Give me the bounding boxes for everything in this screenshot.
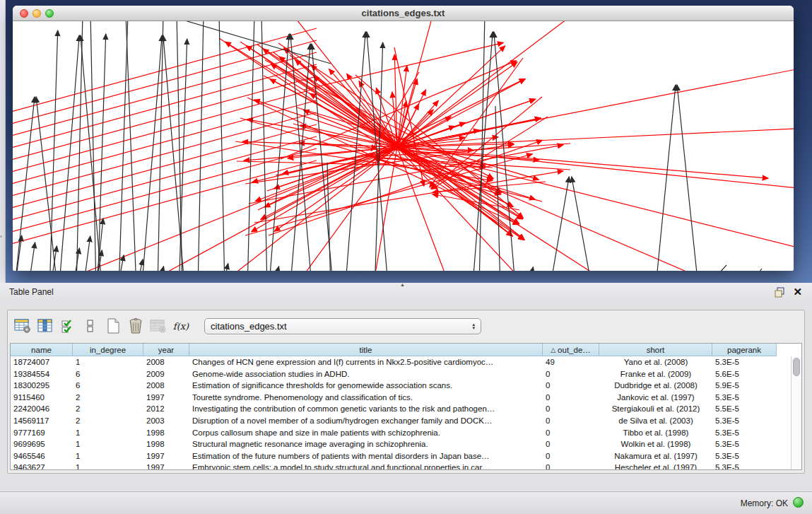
table-cell: Dudbridge et al. (2008) bbox=[599, 380, 712, 392]
table-cell: 2 bbox=[73, 403, 143, 415]
table-cell: 5.3E-5 bbox=[712, 427, 777, 439]
table-cell: 1997 bbox=[143, 462, 189, 470]
show-hide-column-button[interactable] bbox=[35, 315, 56, 337]
table-cell: Embryonic stem cells: a model to study s… bbox=[189, 462, 543, 470]
float-window-icon[interactable] bbox=[775, 287, 785, 298]
table-panel-body: f(x) citations_edges.txt ▴▾ namein_degre… bbox=[7, 310, 805, 474]
scrollbar-thumb[interactable] bbox=[793, 358, 800, 376]
table-cell: 1997 bbox=[143, 450, 189, 462]
table-vertical-scrollbar[interactable] bbox=[791, 356, 801, 469]
network-graph[interactable] bbox=[13, 21, 794, 271]
table-cell: 5.3E-5 bbox=[712, 356, 777, 368]
table-cell: 0 bbox=[543, 392, 599, 404]
table-cell: 2012 bbox=[143, 403, 189, 415]
table-cell: Hescheler et al. (1997) bbox=[599, 462, 712, 470]
table-cell: 2 bbox=[73, 392, 143, 404]
table-row[interactable]: 946362711997Embryonic stem cells: a mode… bbox=[11, 462, 801, 470]
new-table-button[interactable] bbox=[102, 315, 124, 337]
table-cell: Structural magnetic resonance image aver… bbox=[189, 438, 543, 450]
table-panel-header: ▲ Table Panel ✕ bbox=[0, 283, 812, 303]
column-header-label: name bbox=[31, 346, 52, 354]
table-row[interactable]: 969969511998Structural magnetic resonanc… bbox=[11, 438, 801, 450]
close-panel-icon[interactable]: ✕ bbox=[793, 286, 802, 298]
minimize-traffic-light-icon[interactable] bbox=[33, 9, 41, 18]
delete-table-button bbox=[148, 315, 169, 337]
table-cell: 0 bbox=[543, 450, 599, 462]
table-cell: 9463627 bbox=[11, 462, 73, 470]
table-cell: 6 bbox=[73, 368, 143, 380]
function-builder-button[interactable]: f(x) bbox=[170, 315, 192, 337]
status-bar: Memory: OK bbox=[0, 491, 812, 514]
table-cell: 0 bbox=[543, 462, 599, 470]
table-cell: Estimation of the future numbers of pati… bbox=[189, 450, 543, 462]
clear-selection-button[interactable] bbox=[80, 315, 101, 337]
network-canvas[interactable] bbox=[13, 21, 794, 271]
table-cell: 5.5E-5 bbox=[712, 403, 777, 415]
table-cell: 9115460 bbox=[11, 392, 73, 404]
table-cell: 1 bbox=[73, 427, 143, 439]
column-settings-button[interactable] bbox=[12, 315, 33, 337]
table-cell: 9777169 bbox=[11, 427, 73, 439]
cytoscape-app: › citations_edges.txt ▲ Table Panel ✕ bbox=[0, 0, 812, 514]
table-cell: Nakamura et al. (1997) bbox=[599, 450, 712, 462]
control-panel-collapse-strip[interactable]: › bbox=[0, 0, 6, 283]
table-cell: 1997 bbox=[143, 392, 189, 404]
table-cell: 0 bbox=[543, 403, 599, 415]
zoom-traffic-light-icon[interactable] bbox=[45, 9, 54, 18]
table-row[interactable]: 1830029562008Estimation of significance … bbox=[11, 380, 801, 392]
table-cell: Changes of HCN gene expression and I(f) … bbox=[189, 356, 543, 368]
table-cell: Stergiakouli et al. (2012) bbox=[599, 403, 712, 415]
table-cell: 19384554 bbox=[11, 368, 73, 380]
column-header-label: year bbox=[158, 346, 174, 354]
column-header-name[interactable]: name bbox=[11, 344, 73, 356]
table-cell: 9465546 bbox=[11, 450, 73, 462]
column-header-label: out_de… bbox=[558, 346, 591, 354]
table-cell: 1 bbox=[73, 356, 143, 368]
column-header-short[interactable]: short bbox=[599, 344, 712, 356]
table-cell: 5.3E-5 bbox=[712, 392, 777, 404]
table-row[interactable]: 911546021997Tourette syndrome. Phenomeno… bbox=[11, 392, 801, 404]
sort-ascending-icon: △ bbox=[551, 346, 555, 354]
table-cell: 1 bbox=[73, 438, 143, 450]
network-window: citations_edges.txt bbox=[13, 6, 794, 271]
dropdown-stepper-icon: ▴▾ bbox=[472, 322, 475, 329]
table-cell: 2 bbox=[73, 415, 143, 427]
table-row[interactable]: 2242004622012Investigating the contribut… bbox=[11, 403, 801, 415]
table-cell: 5.3E-5 bbox=[712, 450, 777, 462]
column-header-pagerank[interactable]: pagerank bbox=[712, 344, 777, 356]
column-header-year[interactable]: year bbox=[143, 344, 189, 356]
table-row[interactable]: 1872400712008Changes of HCN gene express… bbox=[11, 356, 801, 368]
table-cell: Investigating the contribution of common… bbox=[189, 403, 543, 415]
select-all-rows-button[interactable] bbox=[57, 315, 78, 337]
table-row[interactable]: 1938455462009Genome-wide association stu… bbox=[11, 368, 801, 380]
table-cell: 1998 bbox=[143, 438, 189, 450]
network-window-titlebar[interactable]: citations_edges.txt bbox=[13, 6, 794, 21]
table-cell: Franke et al. (2009) bbox=[599, 368, 712, 380]
column-header-out_de[interactable]: △out_de… bbox=[543, 344, 599, 356]
column-header-label: in_degree bbox=[90, 346, 126, 354]
table-row[interactable]: 1456911722003Disruption of a novel membe… bbox=[11, 415, 801, 427]
table-chooser-dropdown[interactable]: citations_edges.txt ▴▾ bbox=[204, 318, 481, 334]
function-icon: f(x) bbox=[173, 321, 189, 332]
table-cell: 1 bbox=[73, 450, 143, 462]
table-cell: 9699695 bbox=[11, 438, 73, 450]
table-row[interactable]: 977716911998Corpus callosum shape and si… bbox=[11, 427, 801, 439]
close-traffic-light-icon[interactable] bbox=[20, 9, 28, 18]
table-cell: Tourette syndrome. Phenomenology and cla… bbox=[189, 392, 543, 404]
column-header-in_degree[interactable]: in_degree bbox=[73, 344, 143, 356]
delete-rows-button[interactable] bbox=[125, 315, 146, 337]
network-desktop: citations_edges.txt bbox=[6, 0, 812, 283]
table-cell: 0 bbox=[543, 368, 599, 380]
table-cell: 49 bbox=[543, 356, 599, 368]
table-cell: Jankovic et al. (1997) bbox=[599, 392, 712, 404]
table-cell: Tibbo et al. (1998) bbox=[599, 427, 712, 439]
column-header-label: title bbox=[360, 346, 372, 354]
table-cell: 2003 bbox=[143, 415, 189, 427]
split-divider-handle[interactable]: ▲ bbox=[400, 282, 405, 287]
table-cell: 0 bbox=[543, 427, 599, 439]
memory-ok-indicator-icon bbox=[793, 497, 804, 508]
column-header-title[interactable]: title bbox=[189, 344, 543, 356]
table-body: 1872400712008Changes of HCN gene express… bbox=[11, 356, 801, 470]
table-row[interactable]: 946554611997Estimation of the future num… bbox=[11, 450, 801, 462]
collapse-arrow-icon[interactable]: › bbox=[0, 233, 2, 240]
